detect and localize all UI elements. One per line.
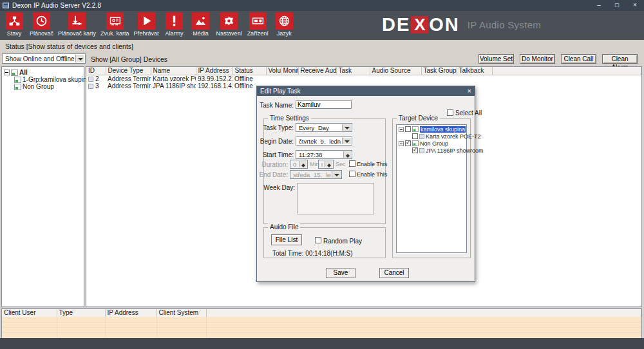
column-header-ip[interactable]: IP Address <box>196 67 232 75</box>
column-header-client-system[interactable]: Client System <box>156 309 206 317</box>
tree-item-label: kamilova skupina <box>420 126 466 133</box>
volume-set-button[interactable]: Volume Set <box>478 54 514 64</box>
window-title: Dexon IP Audio Server V2.2.8 <box>12 2 101 9</box>
tree-item-group-1[interactable]: 1-Grp:kamilova skupina <box>13 76 90 83</box>
column-header-filler <box>206 309 641 317</box>
tree-checkbox[interactable] <box>412 147 418 153</box>
toolbar-button-zvuk-karta[interactable]: Zvuk. karta <box>100 12 129 37</box>
logo-text-on: ON <box>429 15 460 34</box>
column-header-name[interactable]: Name <box>151 67 196 75</box>
main-toolbar: Stavy Plánovač Plánovač karty Zvuk. kart… <box>0 11 644 40</box>
column-header-talkback[interactable]: Talkback <box>457 67 492 75</box>
tree-checkbox[interactable] <box>405 140 411 146</box>
toolbar-label: Stavy <box>7 30 22 37</box>
column-header-volume[interactable]: Volume <box>266 67 281 75</box>
begin-date-dropdown[interactable]: čtvrtek 9. ledna 20 <box>296 137 352 146</box>
toolbar-button-zarizeni[interactable]: Zařízení <box>247 12 269 37</box>
toolbar-button-planovac-karty[interactable]: Plánovač karty <box>58 12 96 37</box>
task-name-input[interactable] <box>296 100 352 109</box>
chevron-down-icon <box>332 171 341 178</box>
target-device-group-label: Target Device <box>397 115 440 122</box>
network-nodes-icon <box>6 12 23 30</box>
end-date-label: End Date: <box>257 171 288 178</box>
cell-device-type: Address Terminal <box>106 82 151 90</box>
device-row[interactable]: 2 Address Terminal Karta vzorek POE-T2 9… <box>86 75 641 82</box>
column-header-receive-audio[interactable]: Receive Audio <box>298 67 336 75</box>
tree-item-label: Non Group <box>420 140 448 147</box>
toolbar-button-planovac[interactable]: Plánovač <box>30 12 53 37</box>
task-type-dropdown[interactable]: Every Day <box>296 123 352 132</box>
collapse-expander-icon[interactable] <box>4 70 10 75</box>
do-monitor-button[interactable]: Do Monitor <box>520 54 555 64</box>
globe-icon <box>276 12 293 30</box>
client-table-body <box>1 317 642 338</box>
edit-play-task-dialog: Edit Play Task × Task Name: Select All T… <box>256 86 475 282</box>
cancel-button[interactable]: Cancel <box>379 268 409 278</box>
start-time-spinner[interactable]: 11:27:38 <box>296 150 352 159</box>
spinner-arrows-icon[interactable] <box>343 151 351 158</box>
select-all-checkbox[interactable] <box>447 109 453 116</box>
toolbar-button-jazyk[interactable]: Jazyk <box>273 12 295 37</box>
toolbar-button-prehravat[interactable]: Přehrávat <box>134 12 159 37</box>
column-header-monitor[interactable]: Monitor <box>281 67 298 75</box>
show-filter-dropdown[interactable]: Show Online and Offline <box>2 53 86 64</box>
maximize-button-icon[interactable]: □ <box>608 0 626 11</box>
client-table: Client User Type IP Address Client Syste… <box>2 309 641 317</box>
file-list-button[interactable]: File List <box>271 234 302 245</box>
cell-id: 2 <box>86 75 106 82</box>
terminal-icon <box>88 84 93 89</box>
column-header-task[interactable]: Task <box>336 67 370 75</box>
toolbar-button-media[interactable]: Média <box>190 12 212 37</box>
tree-item-label: All <box>19 69 28 76</box>
window-controls: – □ × <box>590 0 644 11</box>
target-tree-item-device[interactable]: JPA 1186IP showroom <box>412 147 484 154</box>
duration-min-spinner: 0 <box>290 160 308 169</box>
toolbar-button-alarmy[interactable]: Alarmy <box>164 12 185 37</box>
clean-call-button[interactable]: Clean Call <box>561 54 596 64</box>
tree-item-all[interactable]: All <box>4 69 28 76</box>
minimize-button-icon[interactable]: – <box>590 0 608 11</box>
chevron-down-icon[interactable] <box>75 55 84 62</box>
tree-item-label: Non Group <box>23 83 54 90</box>
tree-checkbox[interactable] <box>405 126 411 132</box>
dialog-title: Edit Play Task <box>260 88 301 95</box>
target-tree-item-device[interactable]: Karta vzorek POE-T2 <box>412 133 481 140</box>
window-statusbar <box>0 338 644 349</box>
chevron-down-icon[interactable] <box>342 138 351 144</box>
tree-item-non-group[interactable]: Non Group <box>13 83 54 90</box>
target-tree-item-group[interactable]: Non Group <box>399 140 448 147</box>
group-folder-icon <box>14 84 21 90</box>
client-table-header-row: Client User Type IP Address Client Syste… <box>2 309 641 317</box>
devices-icon <box>249 12 267 30</box>
clean-alarm-button[interactable]: Clean Alarm <box>602 54 638 64</box>
toolbar-button-stavy[interactable]: Stavy <box>3 12 25 37</box>
tree-item-label: JPA 1186IP showroom <box>426 147 484 154</box>
column-header-type[interactable]: Type <box>57 309 105 317</box>
column-header-audio-source[interactable]: Audio Source <box>370 67 421 75</box>
column-header-task-group[interactable]: Task Group <box>421 67 457 75</box>
enable-end-date-checkbox[interactable] <box>349 171 355 177</box>
collapse-expander-icon[interactable] <box>399 141 404 146</box>
tree-checkbox[interactable] <box>412 133 418 139</box>
save-button[interactable]: Save <box>326 268 355 278</box>
chevron-down-icon[interactable] <box>342 124 351 131</box>
dialog-titlebar[interactable]: Edit Play Task × <box>257 86 475 96</box>
audio-file-group-label: Auido File <box>268 223 300 231</box>
start-time-label: Start Time: <box>257 151 294 158</box>
column-header-client-user[interactable]: Client User <box>2 309 57 317</box>
column-header-device-type[interactable]: Device Type <box>106 67 151 75</box>
column-header-client-ip[interactable]: IP Address <box>105 309 156 317</box>
toolbar-label: Jazyk <box>277 30 292 37</box>
dialog-close-icon[interactable]: × <box>468 86 471 95</box>
random-play-checkbox[interactable] <box>315 237 321 243</box>
collapse-expander-icon[interactable] <box>399 127 404 132</box>
week-day-listbox[interactable] <box>297 183 374 214</box>
close-button-icon[interactable]: × <box>626 0 644 11</box>
target-tree-item-group[interactable]: kamilova skupina <box>399 126 466 133</box>
enable-duration-checkbox[interactable] <box>349 160 355 167</box>
toolbar-button-nastaveni[interactable]: Nastavení <box>216 12 243 37</box>
duration-sec-unit: Sec <box>336 161 346 167</box>
column-header-id[interactable]: ID <box>86 67 106 75</box>
column-header-status[interactable]: Status <box>232 67 266 75</box>
time-settings-group-label: Time Settings <box>268 115 311 122</box>
